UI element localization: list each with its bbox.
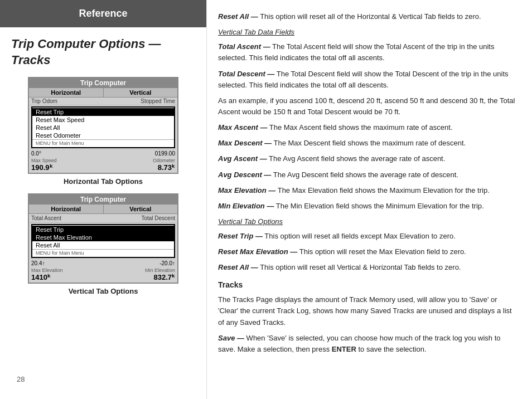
vw-menu-item-0[interactable]: Reset Trip xyxy=(32,226,174,233)
reset-all2-term: Reset All — xyxy=(218,263,258,271)
reset-all2-block: Reset All — This option will reset all V… xyxy=(218,262,519,273)
hw-bottom-row: 0.0° 0199.00 xyxy=(29,149,177,158)
max-elevation-desc: The Max Elevation field shows the Maximu… xyxy=(278,186,490,194)
hw-menu-item-2[interactable]: Reset All xyxy=(32,124,174,132)
hw-odom-val: 8.73ᵏ xyxy=(153,163,175,172)
vw-elev-val: 1410ᵏ xyxy=(31,273,63,281)
vw-tab-vertical: Vertical xyxy=(104,205,178,213)
reset-all-term: Reset All — xyxy=(218,12,258,21)
vw-dropdown-menu: Reset Trip Reset Max Elevation Reset All… xyxy=(31,224,175,258)
max-elevation-block: Max Elevation — The Max Elevation field … xyxy=(218,185,519,196)
min-elevation-block: Min Elevation — The Min Elevation field … xyxy=(218,201,519,212)
vertical-tab-options-heading: Vertical Tab Options xyxy=(218,216,519,227)
reset-all-block: Reset All — This option will reset all o… xyxy=(218,11,519,22)
horizontal-caption: Horizontal Tab Options xyxy=(11,177,195,186)
hw-menu-hint: MENU for Main Menu xyxy=(32,139,174,147)
vw-menu-hint: MENU for Main Menu xyxy=(32,249,174,256)
hw-menu-item-3[interactable]: Reset Odometer xyxy=(32,132,174,139)
reset-max-elev-desc: This option will reset the Max Elevation… xyxy=(299,247,466,256)
total-descent-block: Total Descent — The Total Descent field … xyxy=(218,69,519,91)
hw-data-row: Trip Odom Stopped Time xyxy=(29,98,177,105)
vw-tabs: Horizontal Vertical xyxy=(29,205,177,214)
max-descent-term: Max Descent — xyxy=(218,139,272,147)
avg-ascent-desc: The Avg Ascent field shows the average r… xyxy=(269,154,445,163)
total-descent-term: Total Descent — xyxy=(218,70,274,78)
hw-speed-label: Max Speed xyxy=(31,158,57,163)
horizontal-trip-widget: Trip Computer Horizontal Vertical Trip O… xyxy=(28,77,178,174)
save-block: Save — When 'Save' is selected, you can … xyxy=(218,333,519,355)
sidebar: Reference Trip Computer Options — Tracks… xyxy=(0,0,206,399)
vw-tab-horizontal: Horizontal xyxy=(29,205,104,213)
hw-tab-horizontal: Horizontal xyxy=(29,88,104,97)
sidebar-content: Trip Computer Options — Tracks Trip Comp… xyxy=(0,27,206,312)
vw-data-row: Total Ascent Total Descent xyxy=(29,214,177,223)
page-title: Trip Computer Options — Tracks xyxy=(11,36,195,68)
vw-min-elev-label: Min Elevation xyxy=(145,267,175,273)
hw-speeds-row: Max Speed 190.9ᵏ Odometer 8.73ᵏ xyxy=(29,158,177,173)
avg-ascent-block: Avg Ascent — The Avg Ascent field shows … xyxy=(218,153,519,164)
reset-trip-block: Reset Trip — This option will reset all … xyxy=(218,231,519,242)
hw-menu-item-1[interactable]: Reset Max Speed xyxy=(32,116,174,124)
tracks-heading: Tracks xyxy=(218,279,519,291)
tracks-desc-block: The Tracks Page displays the amount of T… xyxy=(218,294,519,328)
hw-title: Trip Computer xyxy=(29,78,177,88)
vertical-trip-widget: Trip Computer Horizontal Vertical Total … xyxy=(28,193,178,284)
main-content: Reset All — This option will reset all o… xyxy=(206,0,532,399)
vertical-caption: Vertical Tab Options xyxy=(11,287,195,295)
example-block: As an example, if you ascend 100 ft, des… xyxy=(218,95,519,118)
avg-ascent-term: Avg Ascent — xyxy=(218,154,267,163)
vertical-tab-data-fields-label: Vertical Tab Data Fields xyxy=(218,27,519,38)
min-elevation-desc: The Min Elevation field shows the Minimu… xyxy=(276,202,484,210)
reset-max-elev-block: Reset Max Elevation — This option will r… xyxy=(218,246,519,257)
save-enter-bold: ENTER xyxy=(332,345,356,353)
page-number: 28 xyxy=(6,371,36,388)
save-term: Save — xyxy=(218,334,244,342)
vw-menu-item-1[interactable]: Reset Max Elevation xyxy=(32,233,174,241)
max-elevation-term: Max Elevation — xyxy=(218,186,275,194)
hw-speed-val: 190.9ᵏ xyxy=(31,163,57,172)
max-descent-block: Max Descent — The Max Descent field show… xyxy=(218,138,519,149)
vw-bottom-vals: 20.4↑ -20.0↑ xyxy=(29,259,177,267)
total-ascent-term: Total Ascent — xyxy=(218,42,270,51)
hw-dropdown-menu: Reset Trip Reset Max Speed Reset All Res… xyxy=(31,106,175,148)
hw-tabs: Horizontal Vertical xyxy=(29,88,177,98)
hw-tab-vertical: Vertical xyxy=(104,88,178,97)
reset-trip-desc: This option will reset all fields except… xyxy=(264,232,456,240)
example-text: As an example, if you ascend 100 ft, des… xyxy=(218,95,519,118)
avg-descent-term: Avg Descent — xyxy=(218,171,271,179)
vw-elev-row: Max Elevation 1410ᵏ Min Elevation 832.7ᵏ xyxy=(29,267,177,283)
avg-descent-desc: The Avg Descent field shows the average … xyxy=(273,171,458,179)
vw-title: Trip Computer xyxy=(29,194,177,205)
total-ascent-block: Total Ascent — The Total Ascent field wi… xyxy=(218,41,519,64)
vertical-tab-data-fields-heading: Vertical Tab Data Fields xyxy=(218,27,519,38)
vertical-tab-options-label: Vertical Tab Options xyxy=(218,216,519,227)
reset-max-elev-term: Reset Max Elevation — xyxy=(218,247,297,256)
min-elevation-term: Min Elevation — xyxy=(218,202,274,210)
reset-trip-term: Reset Trip — xyxy=(218,232,263,240)
hw-odom-label: Odometer xyxy=(153,158,175,163)
reset-all-desc: This option will reset all of the Horizo… xyxy=(260,12,481,21)
vw-elev-label: Max Elevation xyxy=(31,267,63,273)
save-desc2: to save the selection. xyxy=(356,345,427,353)
tracks-desc: The Tracks Page displays the amount of T… xyxy=(218,294,519,328)
max-ascent-desc: The Max Ascent field shows the maximum r… xyxy=(269,123,453,132)
avg-descent-block: Avg Descent — The Avg Descent field show… xyxy=(218,169,519,181)
vw-menu-item-2[interactable]: Reset All xyxy=(32,241,174,249)
max-ascent-term: Max Ascent — xyxy=(218,123,267,132)
tracks-heading-block: Tracks xyxy=(218,279,519,291)
max-ascent-block: Max Ascent — The Max Ascent field shows … xyxy=(218,122,519,133)
hw-menu-item-0[interactable]: Reset Trip xyxy=(32,108,174,116)
sidebar-header: Reference xyxy=(0,0,206,27)
reset-all2-desc: This option will reset all Vertical & Ho… xyxy=(260,263,461,271)
reference-label: Reference xyxy=(79,8,127,19)
vw-min-elev-val: 832.7ᵏ xyxy=(145,273,175,281)
max-descent-desc: The Max Descent field shows the maximum … xyxy=(273,139,466,147)
